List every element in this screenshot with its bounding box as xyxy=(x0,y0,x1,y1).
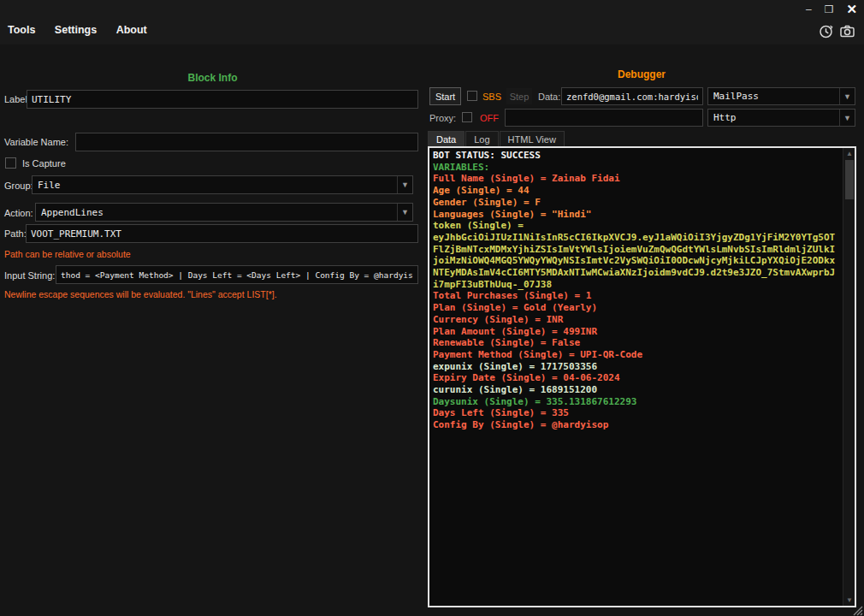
log-line: Renewable (Single) = False xyxy=(433,337,840,349)
log-line: Plan (Single) = Gold (Yearly) xyxy=(433,302,840,314)
is-capture-checkbox[interactable] xyxy=(5,157,16,169)
group-label: Group: xyxy=(4,181,33,191)
titlebar: – ❒ ✕ xyxy=(0,0,864,19)
path-input[interactable] xyxy=(26,224,418,243)
input-string-hint: Newline escape sequences will be evaluat… xyxy=(4,289,277,299)
maximize-icon[interactable]: ❒ xyxy=(825,1,834,18)
menubar: Tools Settings About xyxy=(0,19,864,44)
menu-tools[interactable]: Tools xyxy=(0,19,43,36)
camera-icon[interactable] xyxy=(839,23,855,39)
log-line: Full Name (Single) = Zainab Fidai xyxy=(433,173,840,185)
log-line: token (Single) = xyxy=(433,220,840,232)
window-controls: – ❒ ✕ xyxy=(806,1,857,18)
close-icon[interactable]: ✕ xyxy=(846,1,857,18)
log-scrollbar[interactable]: ▲ ▼ xyxy=(843,148,855,606)
proxy-checkbox[interactable] xyxy=(462,112,472,122)
sbs-checkbox[interactable] xyxy=(467,91,477,101)
input-string-label: Input String: xyxy=(4,270,55,281)
menu-about[interactable]: About xyxy=(109,19,155,36)
log-line: Config By (Single) = @hardyisop xyxy=(433,419,840,431)
variable-name-input[interactable] xyxy=(75,133,418,151)
tab-log[interactable]: Log xyxy=(465,131,498,146)
label-input[interactable] xyxy=(27,90,418,109)
log-line: Plan Amount (Single) = 499INR xyxy=(433,326,840,338)
log-line: Gender (Single) = F xyxy=(433,197,840,209)
log-line: Total Purchases (Single) = 1 xyxy=(433,290,840,302)
sbs-label: SBS xyxy=(482,92,501,102)
action-label: Action: xyxy=(4,208,33,218)
log-line: expunix (Single) = 1717503356 xyxy=(433,361,840,373)
log-line: curunix (Single) = 1689151200 xyxy=(433,384,840,396)
proxy-status: OFF xyxy=(480,113,499,123)
is-capture-label: Is Capture xyxy=(22,158,66,169)
debugger-title: Debugger xyxy=(428,68,855,80)
block-info-title: Block Info xyxy=(0,72,425,84)
chevron-down-icon: ▼ xyxy=(397,204,412,221)
path-label: Path: xyxy=(4,228,27,239)
resize-grip[interactable] xyxy=(852,604,863,615)
toolbar-icons xyxy=(818,23,855,39)
log-line: Days Left (Single) = 335 xyxy=(433,407,840,419)
proxy-label: Proxy: xyxy=(429,113,456,123)
action-dropdown[interactable]: AppendLines ▼ xyxy=(35,203,413,222)
action-value: AppendLines xyxy=(36,207,397,218)
scroll-up-icon[interactable]: ▲ xyxy=(843,148,855,159)
log-line: Age (Single) = 44 xyxy=(433,185,840,197)
log-line: BOT STATUS: SUCCESS xyxy=(433,150,840,162)
proxy-type-dropdown[interactable]: Http ▼ xyxy=(707,109,855,127)
log-line: Expiry Date (Single) = 04-06-2024 xyxy=(433,372,840,384)
input-string-input[interactable] xyxy=(56,265,418,284)
start-button[interactable]: Start xyxy=(429,87,461,105)
step-button[interactable]: Step xyxy=(506,88,532,104)
path-hint: Path can be relative or absolute xyxy=(4,249,131,259)
scrollbar-thumb[interactable] xyxy=(845,160,854,199)
log-line: Daysunix (Single) = 335.131867612293 xyxy=(433,396,840,408)
wordlist-type-value: MailPass xyxy=(708,91,839,102)
log-line: eyJhbGciOiJIUzI1NiIsInR5cCI6IkpXVCJ9.eyJ… xyxy=(433,232,840,291)
wordlist-type-dropdown[interactable]: MailPass ▼ xyxy=(707,87,855,105)
log-line: Payment Method (Single) = UPI-QR-Code xyxy=(433,349,840,361)
log-line: Currency (Single) = INR xyxy=(433,314,840,326)
tab-html-view[interactable]: HTML View xyxy=(500,131,565,146)
debugger-log-viewer: BOT STATUS: SUCCESSVARIABLES:Full Name (… xyxy=(428,146,856,607)
variable-name-label: Variable Name: xyxy=(4,137,68,147)
proxy-input[interactable] xyxy=(505,109,703,127)
log-line: Languages (Single) = "Hindi" xyxy=(433,209,840,221)
chevron-down-icon: ▼ xyxy=(397,176,412,193)
history-clock-icon[interactable] xyxy=(818,23,834,39)
data-label: Data: xyxy=(538,92,560,102)
tab-data[interactable]: Data xyxy=(428,131,465,146)
debugger-tabs: Data Log HTML View xyxy=(428,129,565,146)
log-lines: BOT STATUS: SUCCESSVARIABLES:Full Name (… xyxy=(433,150,840,604)
group-dropdown[interactable]: File ▼ xyxy=(32,175,413,194)
chevron-down-icon: ▼ xyxy=(839,110,855,126)
menu-settings[interactable]: Settings xyxy=(47,19,104,36)
group-value: File xyxy=(33,180,397,191)
chevron-down-icon: ▼ xyxy=(839,88,855,104)
minimize-icon[interactable]: – xyxy=(806,1,812,18)
data-input[interactable] xyxy=(561,87,703,105)
proxy-type-value: Http xyxy=(708,112,839,123)
log-line: VARIABLES: xyxy=(433,162,840,174)
